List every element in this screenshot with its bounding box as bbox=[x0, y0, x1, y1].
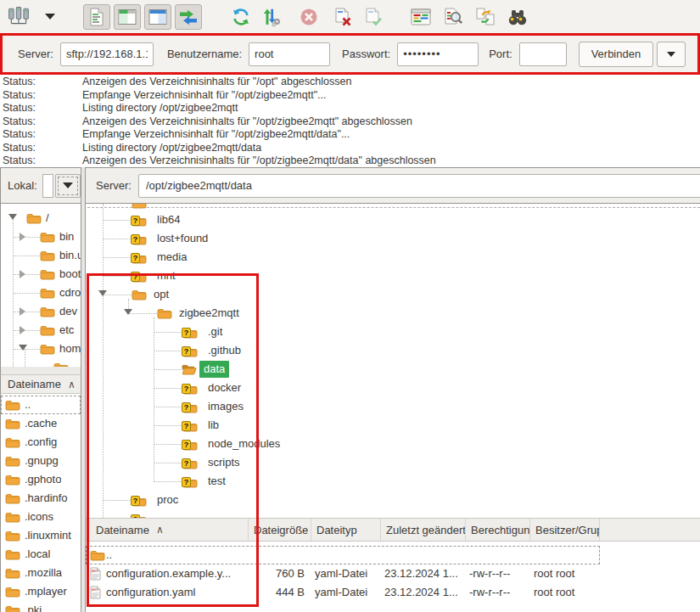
folder-unknown-icon: ? bbox=[132, 214, 147, 226]
site-manager-button[interactable] bbox=[5, 4, 32, 30]
collapsed-icon[interactable] bbox=[20, 307, 25, 316]
connect-button[interactable]: Verbinden bbox=[579, 42, 654, 67]
remote-tree-item[interactable]: ? lib bbox=[86, 416, 700, 435]
connect-dropdown-button[interactable] bbox=[657, 42, 686, 67]
local-file-row[interactable]: .mplayer bbox=[1, 582, 81, 601]
remote-tree-item[interactable]: ? .github bbox=[86, 341, 700, 360]
local-file-row[interactable]: .pki bbox=[1, 601, 81, 612]
cancel-button[interactable] bbox=[295, 4, 322, 30]
local-tree-item[interactable]: etc bbox=[1, 321, 81, 340]
remote-tree-item[interactable]: ? test bbox=[86, 472, 700, 491]
remote-tree-item[interactable]: ? .git bbox=[86, 323, 700, 341]
local-tree-item[interactable]: cdro bbox=[1, 284, 81, 302]
reconnect-button[interactable] bbox=[360, 4, 387, 30]
server-input[interactable] bbox=[60, 42, 154, 66]
refresh-icon bbox=[231, 7, 251, 27]
local-tree-item[interactable]: hom bbox=[1, 340, 81, 358]
local-filename-column-header[interactable]: Dateiname ∧ bbox=[1, 375, 81, 393]
folder-unknown-icon: ? bbox=[182, 401, 198, 413]
folder-icon bbox=[5, 474, 20, 486]
remote-file-row[interactable]: configuration.yaml 444 B yaml-Datei 23.1… bbox=[86, 583, 600, 602]
local-file-row[interactable]: .gphoto bbox=[1, 470, 81, 489]
remote-tree-item[interactable]: ? lib64 bbox=[86, 211, 700, 229]
remote-path-label: Server: bbox=[96, 179, 132, 192]
local-path-dropdown[interactable] bbox=[55, 174, 81, 198]
folder-unknown-icon: ? bbox=[132, 251, 147, 263]
collapsed-icon[interactable] bbox=[20, 326, 25, 334]
local-tree-item[interactable]: bin bbox=[1, 227, 81, 246]
remote-tree-item-opt[interactable]: opt bbox=[86, 285, 700, 304]
remote-tree-item[interactable]: ? node_modules bbox=[86, 435, 700, 453]
column-header-zuletzt-geaendert[interactable]: Zuletzt geändert bbox=[381, 519, 466, 541]
filter-icon bbox=[410, 7, 432, 27]
log-line: Status:Empfange Verzeichnisinhalt für "/… bbox=[0, 89, 700, 103]
local-tree-item[interactable]: dev bbox=[1, 302, 81, 321]
collapsed-icon[interactable] bbox=[20, 233, 25, 241]
remote-tree-item[interactable]: ? bbox=[86, 509, 700, 518]
remote-tree-item[interactable]: ? media bbox=[86, 248, 700, 267]
remote-tree-item-zigbee2mqtt[interactable]: zigbee2mqtt bbox=[86, 304, 700, 323]
local-tree-item[interactable] bbox=[1, 358, 81, 367]
column-header-dateigroesse[interactable]: Dateigröße bbox=[249, 519, 311, 541]
local-file-list[interactable]: .. .cache .config .gnupg .gphoto .hardin… bbox=[0, 394, 81, 612]
server-label: Server: bbox=[18, 48, 53, 60]
remote-tree-item-data-selected[interactable]: data bbox=[86, 360, 700, 379]
remote-tree-item[interactable]: ? mnt bbox=[86, 267, 700, 285]
collapsed-icon[interactable] bbox=[20, 270, 25, 278]
expanded-icon[interactable] bbox=[124, 309, 132, 315]
column-header-dateityp[interactable]: Dateityp bbox=[311, 519, 381, 541]
remote-file-list[interactable]: .. configuration.example.y... 760 B yaml… bbox=[85, 542, 700, 612]
remote-tree-item[interactable]: ? proc bbox=[86, 491, 700, 509]
local-tree-item-root[interactable]: / bbox=[1, 209, 81, 227]
folder-unknown-icon: ? bbox=[132, 233, 147, 244]
username-label: Benutzername: bbox=[167, 48, 242, 60]
expanded-icon[interactable] bbox=[8, 214, 17, 220]
remote-pane-icon bbox=[148, 7, 168, 27]
expanded-icon[interactable] bbox=[98, 290, 107, 296]
local-file-row[interactable]: .cache bbox=[1, 414, 81, 433]
local-file-row[interactable]: .hardinfo bbox=[1, 489, 81, 508]
column-header-besitzer-gruppe[interactable]: Besitzer/Gruppe bbox=[530, 519, 600, 541]
file-icon bbox=[90, 567, 101, 581]
toggle-transfer-queue-button[interactable] bbox=[175, 4, 202, 30]
local-file-row[interactable]: .. bbox=[1, 396, 81, 414]
remote-file-row[interactable]: .. bbox=[86, 546, 600, 564]
directory-listing-filters-button[interactable] bbox=[407, 4, 434, 30]
refresh-button[interactable] bbox=[227, 4, 255, 30]
local-file-row[interactable]: .config bbox=[1, 433, 81, 452]
remote-tree-item[interactable]: ? docker bbox=[86, 379, 700, 397]
local-path-input[interactable] bbox=[42, 174, 54, 198]
local-file-row[interactable]: .gnupg bbox=[1, 452, 81, 470]
local-directory-tree[interactable]: / bin bin.u boot cdro dev bbox=[0, 204, 81, 367]
local-file-row[interactable]: .linuxmint bbox=[1, 526, 81, 545]
folder-unknown-icon: ? bbox=[132, 270, 147, 282]
toggle-message-log-button[interactable] bbox=[83, 4, 110, 30]
remote-tree-item[interactable]: ? images bbox=[86, 397, 700, 416]
synchronized-browsing-button[interactable] bbox=[472, 4, 499, 30]
local-tree-item[interactable]: bin.u bbox=[1, 246, 81, 265]
remote-path-input[interactable] bbox=[138, 174, 700, 198]
local-file-row[interactable]: .local bbox=[1, 545, 81, 564]
password-input[interactable] bbox=[397, 42, 479, 66]
expanded-icon[interactable] bbox=[19, 345, 27, 351]
remote-tree-item[interactable]: ? scripts bbox=[86, 453, 700, 472]
local-file-row[interactable]: .mozilla bbox=[1, 564, 81, 582]
folder-icon bbox=[5, 492, 20, 504]
column-header-berechtigungen[interactable]: Berechtigungen bbox=[466, 519, 530, 541]
directory-comparison-button[interactable] bbox=[440, 4, 467, 30]
process-queue-button[interactable] bbox=[258, 4, 285, 30]
remote-directory-tree[interactable]: ? lib64 ? lost+found ? media ? mnt opt bbox=[85, 204, 700, 518]
folder-icon bbox=[26, 212, 42, 224]
toggle-local-tree-button[interactable] bbox=[114, 4, 141, 30]
column-header-dateiname[interactable]: Dateiname ∧ bbox=[86, 519, 249, 541]
username-input[interactable] bbox=[249, 42, 330, 66]
disconnect-button[interactable] bbox=[329, 4, 356, 30]
remote-file-row[interactable]: configuration.example.y... 760 B yaml-Da… bbox=[86, 564, 600, 583]
remote-tree-item[interactable]: ? lost+found bbox=[86, 229, 700, 248]
toggle-remote-tree-button[interactable] bbox=[144, 4, 171, 30]
local-file-row[interactable]: .icons bbox=[1, 508, 81, 526]
find-files-button[interactable] bbox=[504, 4, 531, 30]
port-input[interactable] bbox=[519, 42, 567, 66]
site-manager-dropdown-button[interactable] bbox=[39, 4, 61, 30]
local-tree-item[interactable]: boot bbox=[1, 265, 81, 284]
